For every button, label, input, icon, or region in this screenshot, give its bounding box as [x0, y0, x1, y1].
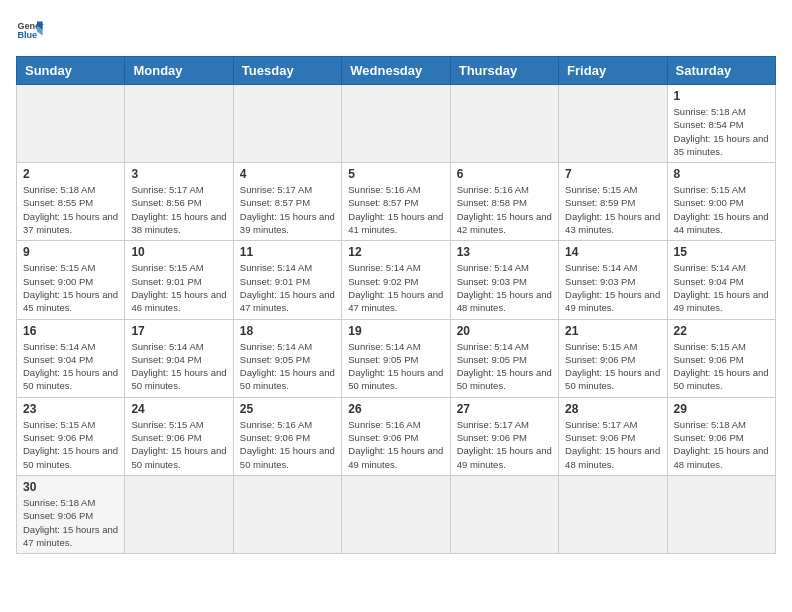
calendar-cell-0-6: 1Sunrise: 5:18 AM Sunset: 8:54 PM Daylig… [667, 85, 775, 163]
calendar-cell-3-6: 22Sunrise: 5:15 AM Sunset: 9:06 PM Dayli… [667, 319, 775, 397]
day-number-30: 30 [23, 480, 118, 494]
calendar-cell-5-6 [667, 475, 775, 553]
day-info-25: Sunrise: 5:16 AM Sunset: 9:06 PM Dayligh… [240, 418, 335, 471]
day-number-22: 22 [674, 324, 769, 338]
day-number-14: 14 [565, 245, 660, 259]
calendar-cell-1-2: 4Sunrise: 5:17 AM Sunset: 8:57 PM Daylig… [233, 163, 341, 241]
day-info-28: Sunrise: 5:17 AM Sunset: 9:06 PM Dayligh… [565, 418, 660, 471]
calendar-cell-4-4: 27Sunrise: 5:17 AM Sunset: 9:06 PM Dayli… [450, 397, 558, 475]
weekday-header-row: SundayMondayTuesdayWednesdayThursdayFrid… [17, 57, 776, 85]
week-row-1: 2Sunrise: 5:18 AM Sunset: 8:55 PM Daylig… [17, 163, 776, 241]
header-saturday: Saturday [667, 57, 775, 85]
calendar-cell-5-4 [450, 475, 558, 553]
day-number-7: 7 [565, 167, 660, 181]
day-info-23: Sunrise: 5:15 AM Sunset: 9:06 PM Dayligh… [23, 418, 118, 471]
day-info-22: Sunrise: 5:15 AM Sunset: 9:06 PM Dayligh… [674, 340, 769, 393]
logo: General Blue [16, 16, 44, 44]
calendar-cell-3-1: 17Sunrise: 5:14 AM Sunset: 9:04 PM Dayli… [125, 319, 233, 397]
week-row-2: 9Sunrise: 5:15 AM Sunset: 9:00 PM Daylig… [17, 241, 776, 319]
day-number-3: 3 [131, 167, 226, 181]
calendar-cell-5-2 [233, 475, 341, 553]
day-number-9: 9 [23, 245, 118, 259]
calendar-cell-4-0: 23Sunrise: 5:15 AM Sunset: 9:06 PM Dayli… [17, 397, 125, 475]
week-row-5: 30Sunrise: 5:18 AM Sunset: 9:06 PM Dayli… [17, 475, 776, 553]
day-info-11: Sunrise: 5:14 AM Sunset: 9:01 PM Dayligh… [240, 261, 335, 314]
calendar-cell-2-0: 9Sunrise: 5:15 AM Sunset: 9:00 PM Daylig… [17, 241, 125, 319]
calendar-cell-2-6: 15Sunrise: 5:14 AM Sunset: 9:04 PM Dayli… [667, 241, 775, 319]
logo-icon: General Blue [16, 16, 44, 44]
calendar-cell-5-1 [125, 475, 233, 553]
day-number-6: 6 [457, 167, 552, 181]
day-info-15: Sunrise: 5:14 AM Sunset: 9:04 PM Dayligh… [674, 261, 769, 314]
calendar-cell-3-5: 21Sunrise: 5:15 AM Sunset: 9:06 PM Dayli… [559, 319, 667, 397]
day-info-30: Sunrise: 5:18 AM Sunset: 9:06 PM Dayligh… [23, 496, 118, 549]
calendar-cell-3-0: 16Sunrise: 5:14 AM Sunset: 9:04 PM Dayli… [17, 319, 125, 397]
day-info-8: Sunrise: 5:15 AM Sunset: 9:00 PM Dayligh… [674, 183, 769, 236]
calendar-cell-1-0: 2Sunrise: 5:18 AM Sunset: 8:55 PM Daylig… [17, 163, 125, 241]
header-wednesday: Wednesday [342, 57, 450, 85]
day-info-27: Sunrise: 5:17 AM Sunset: 9:06 PM Dayligh… [457, 418, 552, 471]
day-info-1: Sunrise: 5:18 AM Sunset: 8:54 PM Dayligh… [674, 105, 769, 158]
week-row-3: 16Sunrise: 5:14 AM Sunset: 9:04 PM Dayli… [17, 319, 776, 397]
day-info-20: Sunrise: 5:14 AM Sunset: 9:05 PM Dayligh… [457, 340, 552, 393]
day-info-7: Sunrise: 5:15 AM Sunset: 8:59 PM Dayligh… [565, 183, 660, 236]
day-info-6: Sunrise: 5:16 AM Sunset: 8:58 PM Dayligh… [457, 183, 552, 236]
day-number-17: 17 [131, 324, 226, 338]
day-number-20: 20 [457, 324, 552, 338]
day-number-15: 15 [674, 245, 769, 259]
calendar-cell-1-1: 3Sunrise: 5:17 AM Sunset: 8:56 PM Daylig… [125, 163, 233, 241]
calendar-table: SundayMondayTuesdayWednesdayThursdayFrid… [16, 56, 776, 554]
day-info-24: Sunrise: 5:15 AM Sunset: 9:06 PM Dayligh… [131, 418, 226, 471]
calendar-cell-0-0 [17, 85, 125, 163]
header-friday: Friday [559, 57, 667, 85]
day-info-16: Sunrise: 5:14 AM Sunset: 9:04 PM Dayligh… [23, 340, 118, 393]
calendar-cell-3-3: 19Sunrise: 5:14 AM Sunset: 9:05 PM Dayli… [342, 319, 450, 397]
day-number-24: 24 [131, 402, 226, 416]
calendar-cell-4-3: 26Sunrise: 5:16 AM Sunset: 9:06 PM Dayli… [342, 397, 450, 475]
day-number-21: 21 [565, 324, 660, 338]
calendar-cell-1-3: 5Sunrise: 5:16 AM Sunset: 8:57 PM Daylig… [342, 163, 450, 241]
day-number-1: 1 [674, 89, 769, 103]
calendar-cell-4-2: 25Sunrise: 5:16 AM Sunset: 9:06 PM Dayli… [233, 397, 341, 475]
day-number-13: 13 [457, 245, 552, 259]
day-info-3: Sunrise: 5:17 AM Sunset: 8:56 PM Dayligh… [131, 183, 226, 236]
day-number-10: 10 [131, 245, 226, 259]
day-info-10: Sunrise: 5:15 AM Sunset: 9:01 PM Dayligh… [131, 261, 226, 314]
day-info-4: Sunrise: 5:17 AM Sunset: 8:57 PM Dayligh… [240, 183, 335, 236]
calendar-cell-0-3 [342, 85, 450, 163]
calendar-cell-5-0: 30Sunrise: 5:18 AM Sunset: 9:06 PM Dayli… [17, 475, 125, 553]
day-number-11: 11 [240, 245, 335, 259]
day-number-27: 27 [457, 402, 552, 416]
week-row-4: 23Sunrise: 5:15 AM Sunset: 9:06 PM Dayli… [17, 397, 776, 475]
day-number-19: 19 [348, 324, 443, 338]
svg-text:Blue: Blue [17, 30, 37, 40]
day-number-26: 26 [348, 402, 443, 416]
calendar-cell-0-1 [125, 85, 233, 163]
day-number-2: 2 [23, 167, 118, 181]
calendar-cell-1-6: 8Sunrise: 5:15 AM Sunset: 9:00 PM Daylig… [667, 163, 775, 241]
calendar-cell-2-1: 10Sunrise: 5:15 AM Sunset: 9:01 PM Dayli… [125, 241, 233, 319]
calendar-cell-2-5: 14Sunrise: 5:14 AM Sunset: 9:03 PM Dayli… [559, 241, 667, 319]
calendar-cell-1-5: 7Sunrise: 5:15 AM Sunset: 8:59 PM Daylig… [559, 163, 667, 241]
calendar-cell-3-4: 20Sunrise: 5:14 AM Sunset: 9:05 PM Dayli… [450, 319, 558, 397]
day-info-19: Sunrise: 5:14 AM Sunset: 9:05 PM Dayligh… [348, 340, 443, 393]
header-tuesday: Tuesday [233, 57, 341, 85]
calendar-cell-0-4 [450, 85, 558, 163]
header-monday: Monday [125, 57, 233, 85]
calendar-cell-2-4: 13Sunrise: 5:14 AM Sunset: 9:03 PM Dayli… [450, 241, 558, 319]
calendar-cell-5-3 [342, 475, 450, 553]
calendar-cell-4-6: 29Sunrise: 5:18 AM Sunset: 9:06 PM Dayli… [667, 397, 775, 475]
calendar-cell-5-5 [559, 475, 667, 553]
day-number-4: 4 [240, 167, 335, 181]
header-sunday: Sunday [17, 57, 125, 85]
day-number-29: 29 [674, 402, 769, 416]
day-info-26: Sunrise: 5:16 AM Sunset: 9:06 PM Dayligh… [348, 418, 443, 471]
day-info-5: Sunrise: 5:16 AM Sunset: 8:57 PM Dayligh… [348, 183, 443, 236]
calendar-header: General Blue [16, 16, 776, 44]
day-info-2: Sunrise: 5:18 AM Sunset: 8:55 PM Dayligh… [23, 183, 118, 236]
day-number-16: 16 [23, 324, 118, 338]
day-info-13: Sunrise: 5:14 AM Sunset: 9:03 PM Dayligh… [457, 261, 552, 314]
day-info-18: Sunrise: 5:14 AM Sunset: 9:05 PM Dayligh… [240, 340, 335, 393]
day-info-17: Sunrise: 5:14 AM Sunset: 9:04 PM Dayligh… [131, 340, 226, 393]
calendar-cell-2-2: 11Sunrise: 5:14 AM Sunset: 9:01 PM Dayli… [233, 241, 341, 319]
